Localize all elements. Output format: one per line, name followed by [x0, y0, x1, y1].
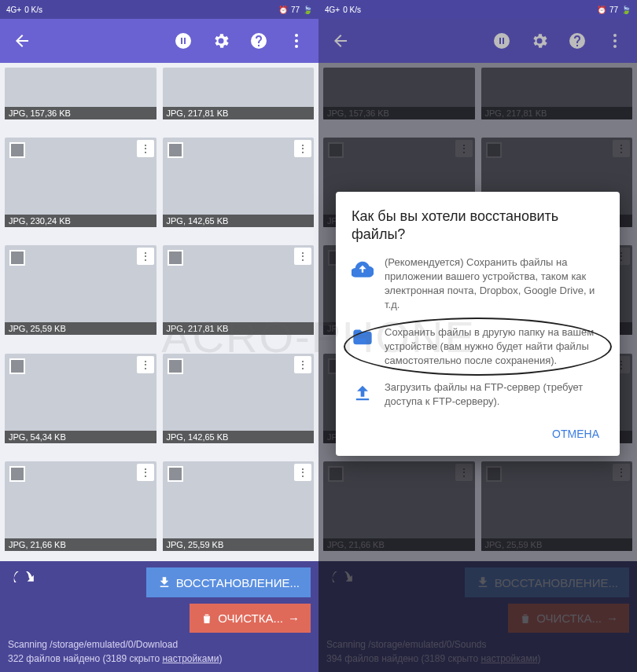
battery-indicator: 77: [609, 6, 618, 14]
thumb-more-button[interactable]: ⋮: [294, 356, 311, 373]
folder-icon: [352, 327, 374, 352]
app-bar: [0, 19, 318, 63]
settings-link[interactable]: настройками: [162, 653, 219, 664]
image-grid: JPG, 157,36 KB JPG, 217,81 KB ⋮JPG, 230,…: [0, 63, 318, 567]
svg-point-5: [613, 45, 617, 48]
thumb-more-button[interactable]: ⋮: [294, 140, 311, 157]
dialog-title: Как бы вы хотели восстановить файлы?: [352, 207, 604, 244]
checkbox[interactable]: [168, 358, 183, 374]
image-thumb[interactable]: JPG, 217,81 KB: [163, 68, 315, 119]
restore-button[interactable]: ВОССТАНОВЛЕНИЕ...: [146, 567, 311, 597]
checkbox[interactable]: [168, 466, 183, 482]
refresh-button[interactable]: [13, 571, 35, 593]
image-thumb[interactable]: JPG, 157,36 KB: [5, 68, 156, 119]
pause-button[interactable]: [168, 25, 199, 57]
alarm-icon: ⏰: [278, 6, 288, 14]
speed-indicator: 0 K/s: [343, 6, 361, 14]
image-thumb[interactable]: ⋮JPG, 54,34 KB: [5, 354, 156, 443]
image-thumb[interactable]: ⋮JPG, 21,66 KB: [5, 461, 156, 551]
restore-dialog: Как бы вы хотели восстановить файлы? (Ре…: [336, 192, 620, 456]
thumb-more-button[interactable]: ⋮: [137, 464, 154, 481]
cancel-button[interactable]: ОТМЕНА: [547, 421, 604, 446]
thumb-more-button[interactable]: ⋮: [137, 248, 154, 265]
dialog-option-folder[interactable]: Сохранить файлы в другую папку на вашем …: [352, 325, 604, 369]
back-button[interactable]: [325, 25, 356, 57]
scan-status: Scanning /storage/emulated/0/Download 32…: [8, 637, 311, 666]
battery-indicator: 77: [291, 6, 300, 14]
image-thumb[interactable]: ⋮JPG, 217,81 KB: [163, 245, 315, 335]
image-thumb[interactable]: ⋮JPG, 142,65 KB: [163, 354, 315, 443]
cloud-upload-icon: [352, 257, 374, 282]
svg-point-3: [613, 34, 617, 37]
checkbox[interactable]: [168, 142, 183, 158]
svg-point-2: [295, 45, 298, 48]
alarm-icon: ⏰: [597, 6, 606, 14]
image-thumb[interactable]: ⋮JPG, 142,65 KB: [163, 138, 315, 227]
image-thumb[interactable]: ⋮JPG, 25,59 KB: [163, 461, 315, 551]
svg-point-1: [295, 39, 298, 42]
image-thumb[interactable]: ⋮JPG, 25,59 KB: [5, 245, 156, 335]
status-bar: 4G+ 0 K/s ⏰ 77 🍃: [0, 0, 318, 19]
settings-button[interactable]: [205, 25, 237, 57]
pause-button[interactable]: [486, 25, 517, 57]
speed-indicator: 0 K/s: [24, 6, 42, 14]
dialog-option-ftp[interactable]: Загрузить файлы на FTP-сервер (требует д…: [352, 380, 604, 409]
checkbox[interactable]: [9, 466, 25, 482]
thumb-more-button[interactable]: ⋮: [294, 464, 311, 481]
svg-point-4: [613, 39, 617, 42]
thumb-more-button[interactable]: ⋮: [137, 356, 154, 373]
settings-button[interactable]: [524, 25, 555, 57]
svg-point-0: [295, 34, 298, 37]
right-pane: 4G+ 0 K/s ⏰ 77 🍃 JPG, 157,36 KB JPG, 217…: [318, 0, 637, 672]
upload-icon: [352, 382, 374, 407]
left-pane: 4G+ 0 K/s ⏰ 77 🍃 JPG, 157,36 KB JPG, 217…: [0, 0, 318, 672]
bottom-panel: ВОССТАНОВЛЕНИЕ... ОЧИСТКА...→ Scanning /…: [0, 561, 318, 672]
thumb-more-button[interactable]: ⋮: [294, 248, 311, 265]
clean-button[interactable]: ОЧИСТКА...→: [190, 604, 311, 633]
leaf-icon: 🍃: [621, 6, 631, 14]
overflow-button[interactable]: [599, 25, 631, 57]
network-indicator: 4G+: [6, 6, 21, 14]
back-button[interactable]: [6, 25, 38, 57]
app-bar: [318, 19, 637, 63]
checkbox[interactable]: [9, 142, 25, 158]
network-indicator: 4G+: [325, 6, 340, 14]
thumb-more-button[interactable]: ⋮: [137, 140, 154, 157]
leaf-icon: 🍃: [303, 6, 312, 14]
status-bar: 4G+ 0 K/s ⏰ 77 🍃: [318, 0, 637, 19]
dialog-option-cloud[interactable]: (Рекомендуется) Сохранить файлы на прило…: [352, 255, 604, 313]
help-button[interactable]: [243, 25, 274, 57]
checkbox[interactable]: [9, 358, 25, 374]
checkbox[interactable]: [168, 250, 183, 266]
overflow-button[interactable]: [281, 25, 312, 57]
help-button[interactable]: [562, 25, 593, 57]
image-thumb[interactable]: ⋮JPG, 230,24 KB: [5, 138, 156, 227]
checkbox[interactable]: [9, 250, 25, 266]
